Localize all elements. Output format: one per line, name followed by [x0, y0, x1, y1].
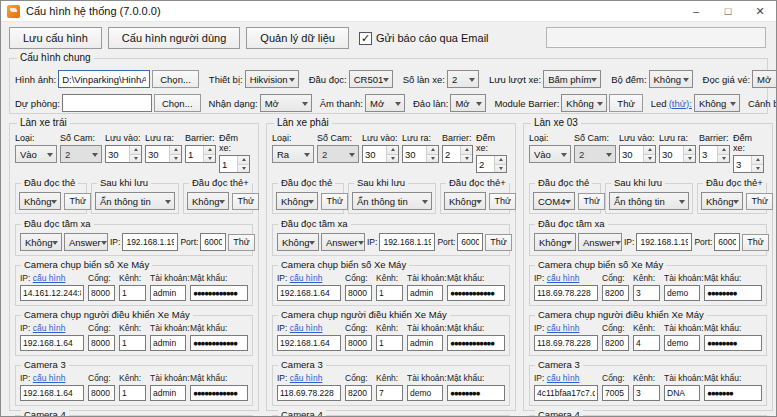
camera-ip-config-link[interactable]: cấu hình	[547, 323, 580, 333]
email-report-checkbox[interactable]: ✓ Gửi báo cáo qua Email	[359, 32, 489, 45]
luu-luot-xe-combo[interactable]: Bấm phím	[543, 70, 601, 88]
camera-password-input[interactable]	[190, 285, 248, 301]
camera-ip-config-link[interactable]: cấu hình	[33, 373, 66, 383]
barrier-input[interactable]	[700, 146, 717, 162]
camera-ip-config-link[interactable]: cấu hình	[547, 373, 580, 383]
luu-vao-spinner[interactable]	[362, 145, 399, 163]
luu-ra-input[interactable]	[660, 146, 683, 162]
close-button[interactable]: ✕	[744, 1, 776, 21]
module-barrier-combo[interactable]: Không	[561, 94, 607, 112]
long-range-ip-input[interactable]	[122, 233, 178, 251]
camera-password-input[interactable]	[447, 385, 505, 401]
camera-ip-input[interactable]	[20, 385, 84, 401]
card-reader-test-button[interactable]: Thử	[64, 193, 91, 210]
card-reader-test-button[interactable]: Thử	[578, 193, 605, 210]
hinh-anh-input[interactable]	[58, 70, 150, 88]
spin-up-icon[interactable]	[130, 146, 141, 154]
nhan-dang-combo[interactable]: Mở	[260, 94, 312, 112]
luu-ra-spinner[interactable]	[402, 145, 439, 163]
camera-port-input[interactable]	[345, 285, 372, 301]
luu-vao-spinner[interactable]	[619, 145, 656, 163]
camera-port-input[interactable]	[602, 335, 629, 351]
camera-channel-input[interactable]	[633, 285, 660, 301]
card-reader-plus-test-button[interactable]: Thử	[232, 193, 259, 210]
card-reader-test-button[interactable]: Thử	[321, 193, 348, 210]
camera-ip-config-link[interactable]: cấu hình	[290, 373, 323, 383]
so-lan-xe-combo[interactable]: 2	[447, 70, 479, 88]
barrier-spinner[interactable]	[442, 145, 473, 163]
spin-up-icon[interactable]	[170, 146, 181, 154]
card-reader-combo[interactable]: Không	[276, 192, 318, 210]
camera-count-combo[interactable]: 2	[60, 145, 102, 163]
camera-account-input[interactable]	[150, 285, 186, 301]
camera-channel-input[interactable]	[633, 335, 660, 351]
card-reader-plus-combo[interactable]: Không	[444, 192, 486, 210]
camera-ip-input[interactable]	[277, 385, 341, 401]
led-test-link[interactable]: (thử):	[669, 98, 692, 109]
camera-account-input[interactable]	[664, 335, 700, 351]
spin-up-icon[interactable]	[238, 156, 249, 164]
camera-port-input[interactable]	[602, 285, 629, 301]
camera-port-input[interactable]	[88, 285, 115, 301]
module-barrier-test-button[interactable]: Thử	[609, 94, 642, 112]
camera-channel-input[interactable]	[376, 335, 403, 351]
camera-ip-config-link[interactable]: cấu hình	[290, 273, 323, 283]
spin-down-icon[interactable]	[752, 164, 763, 173]
camera-ip-config-link[interactable]: cấu hình	[547, 273, 580, 283]
du-phong-input[interactable]	[62, 94, 152, 112]
card-reader-plus-combo[interactable]: Không	[701, 192, 743, 210]
long-range-ip-input[interactable]	[379, 233, 435, 251]
luu-ra-input[interactable]	[403, 146, 426, 162]
spin-up-icon[interactable]	[644, 146, 655, 154]
long-range-protocol-combo[interactable]: Answer	[321, 233, 365, 251]
spin-up-icon[interactable]	[461, 146, 472, 154]
long-range-mode-combo[interactable]: Không	[534, 233, 576, 251]
camera-channel-input[interactable]	[119, 335, 146, 351]
camera-ip-input[interactable]	[277, 285, 341, 301]
camera-account-input[interactable]	[407, 335, 443, 351]
card-reader-combo[interactable]: Không	[19, 192, 61, 210]
lane-type-combo[interactable]: Ra	[272, 145, 314, 163]
camera-account-input[interactable]	[664, 385, 700, 401]
camera-account-input[interactable]	[407, 285, 443, 301]
camera-account-input[interactable]	[664, 285, 700, 301]
camera-password-input[interactable]	[447, 285, 505, 301]
lane-type-combo[interactable]: Vào	[15, 145, 57, 163]
after-save-combo[interactable]: Ẩn thông tin	[609, 192, 689, 210]
camera-account-input[interactable]	[150, 385, 186, 401]
camera-channel-input[interactable]	[119, 285, 146, 301]
luu-ra-spinner[interactable]	[145, 145, 182, 163]
camera-ip-input[interactable]	[277, 335, 341, 351]
card-reader-plus-combo[interactable]: Không	[187, 192, 229, 210]
barrier-input[interactable]	[186, 146, 203, 162]
spin-down-icon[interactable]	[204, 154, 215, 163]
dem-xe-spinner[interactable]	[476, 155, 507, 173]
spin-down-icon[interactable]	[718, 154, 729, 163]
barrier-input[interactable]	[443, 146, 460, 162]
camera-count-combo[interactable]: 2	[317, 145, 359, 163]
camera-channel-input[interactable]	[376, 285, 403, 301]
camera-password-input[interactable]	[190, 385, 248, 401]
long-range-protocol-combo[interactable]: Answer	[64, 233, 108, 251]
dem-xe-input[interactable]	[220, 156, 237, 172]
spin-down-icon[interactable]	[170, 154, 181, 163]
camera-count-combo[interactable]: 2	[574, 145, 616, 163]
long-range-port-input[interactable]	[200, 233, 226, 251]
hinh-anh-browse-button[interactable]: Chọn...	[152, 70, 199, 88]
spin-up-icon[interactable]	[718, 146, 729, 154]
camera-port-input[interactable]	[88, 335, 115, 351]
camera-password-input[interactable]	[190, 335, 248, 351]
spin-up-icon[interactable]	[684, 146, 695, 154]
spin-up-icon[interactable]	[387, 146, 398, 154]
barrier-spinner[interactable]	[185, 145, 216, 163]
spin-down-icon[interactable]	[644, 154, 655, 163]
spin-down-icon[interactable]	[684, 154, 695, 163]
long-range-mode-combo[interactable]: Không	[277, 233, 319, 251]
camera-ip-input[interactable]	[20, 335, 84, 351]
camera-password-input[interactable]	[704, 385, 762, 401]
dem-xe-input[interactable]	[734, 156, 751, 172]
long-range-test-button[interactable]: Thử	[228, 234, 255, 251]
spin-down-icon[interactable]	[387, 154, 398, 163]
spin-up-icon[interactable]	[427, 146, 438, 154]
camera-account-input[interactable]	[407, 385, 443, 401]
